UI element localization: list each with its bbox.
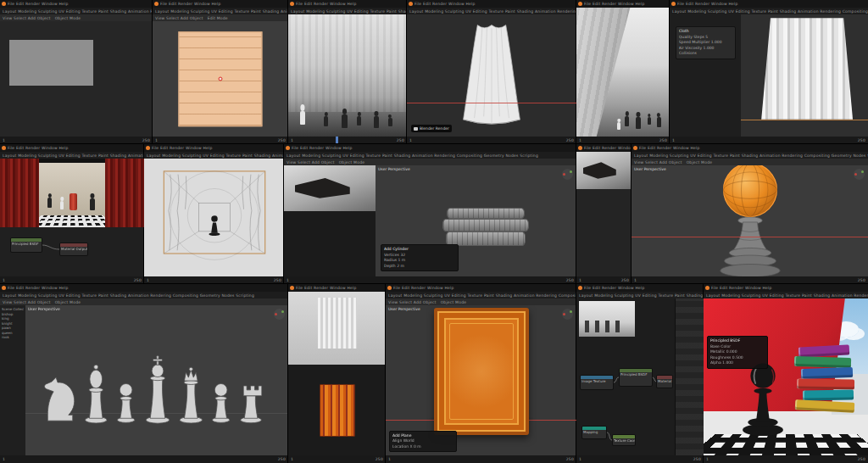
workspace-tabs[interactable]: Layout Modeling Sculpting UV Editing Tex… — [704, 292, 868, 298]
viewport-header[interactable]: View Select Add Object Object Mode — [386, 298, 576, 305]
render-result-image[interactable] — [576, 8, 670, 137]
timeline[interactable]: 1 250 — [153, 137, 288, 144]
timeline[interactable]: 1 250 — [407, 137, 576, 144]
cloth-settings-panel[interactable]: Cloth Quality Steps 5 Speed Multiplier 1… — [676, 26, 736, 59]
render-preview[interactable] — [0, 159, 144, 227]
shader-node[interactable]: Principled BSDF — [619, 368, 653, 387]
timeline[interactable]: 1 250 — [704, 455, 868, 463]
menu-bar[interactable]: File Edit Render Window Help — [292, 146, 353, 150]
operator-panel[interactable]: Add Plane Align World Location X 0 m — [389, 431, 457, 453]
viewport-header[interactable]: View Select Add Object Object Mode — [284, 159, 576, 165]
properties-region[interactable]: Cloth Quality Steps 5 Speed Multiplier 1… — [670, 14, 741, 137]
workspace-tabs[interactable]: Layout Modeling Sculpting UV Editing Tex… — [153, 8, 288, 14]
menu-bar[interactable]: File Edit Render Window Help — [152, 146, 213, 150]
workspace-tabs[interactable]: Layout Modeling Sculpting UV Editing Tex… — [576, 292, 704, 298]
ornate-book-object[interactable] — [434, 308, 529, 435]
sidebar-region[interactable] — [284, 165, 376, 276]
viewport-menu[interactable]: View Select Add Object — [3, 300, 51, 304]
timeline[interactable]: 1 250 — [0, 276, 144, 284]
timeline[interactable]: 1 250 — [576, 455, 704, 463]
outliner-row[interactable]: Scene Collection — [2, 307, 24, 312]
panel-row[interactable]: Collisions — [679, 51, 732, 57]
viewport-empty[interactable] — [576, 189, 632, 276]
image-editor[interactable] — [288, 365, 386, 455]
viewport-3d[interactable]: User Perspective Add Cylinder Vertices 3… — [376, 165, 576, 276]
timeline[interactable]: 1 250 — [386, 455, 576, 463]
shader-node[interactable]: Mapping — [581, 426, 607, 439]
shader-node[interactable]: Material Output — [656, 375, 673, 388]
shader-node-editor[interactable]: Image Texture Principled BSDF Material O… — [576, 298, 704, 455]
viewport-menu[interactable]: View Select Add Object — [388, 300, 437, 304]
menu-bar[interactable]: File Edit Render Window Help — [584, 146, 632, 150]
menu-bar[interactable]: File Edit Render Window Help — [8, 146, 69, 150]
viewport-header[interactable]: View Select Add Object Object Mode — [0, 298, 288, 305]
viewport-3d[interactable] — [741, 14, 868, 137]
viewport-menu[interactable]: View Select Add Object — [287, 160, 335, 165]
outliner-row[interactable]: rook — [2, 335, 24, 340]
workspace-tabs[interactable]: Layout Modeling Sculpting UV Editing Tex… — [632, 152, 868, 159]
viewport-3d[interactable]: User Perspective — [632, 165, 868, 276]
menu-bar[interactable]: File Edit Render Window Help — [415, 2, 476, 6]
mode-selector[interactable]: Object Mode — [55, 16, 81, 20]
timeline[interactable]: 1 250 — [284, 276, 576, 284]
mode-selector[interactable]: Edit Mode — [208, 16, 228, 20]
viewport-3d[interactable]: Blender Render — [407, 14, 576, 137]
workspace-tabs[interactable]: Layout Modeling Sculpting UV Editing Tex… — [284, 152, 576, 159]
workspace-tabs[interactable]: Layout Modeling Sculpting UV Editing Tex… — [0, 8, 153, 14]
viewport-3d[interactable]: User Perspective Add Plane Align World L… — [386, 305, 576, 455]
menu-bar[interactable]: File Edit Render Window Help — [711, 286, 772, 290]
timeline[interactable]: 1 250 — [670, 137, 868, 144]
shader-node[interactable]: Image Texture — [580, 375, 614, 390]
mode-selector[interactable]: Object Mode — [55, 300, 81, 304]
viewport-header[interactable]: View Select Add Object Object Mode — [632, 159, 868, 165]
material-settings-panel[interactable]: Principled BSDF Base Color Metallic 0.00… — [707, 336, 768, 369]
navigation-gizmo-icon[interactable] — [854, 169, 865, 180]
render-result-image[interactable]: Principled BSDF Base Color Metallic 0.00… — [704, 298, 868, 455]
shader-node[interactable]: Material Output — [59, 243, 88, 256]
viewport-menu[interactable]: View Select Add Object — [3, 16, 51, 20]
timeline[interactable]: 1 250 — [576, 276, 632, 284]
menu-bar[interactable]: File Edit Render Window Help — [296, 2, 357, 6]
operator-panel[interactable]: Add Cylinder Vertices 32 Radius 1 m Dept… — [381, 244, 459, 271]
workspace-tabs[interactable]: Layout Modeling Sculpting UV Editing Tex… — [144, 152, 284, 159]
viewport-3d[interactable] — [0, 21, 153, 137]
panel-row[interactable]: Alpha 1.000 — [710, 360, 765, 366]
menu-bar[interactable]: File Edit Render Window Help — [296, 286, 357, 290]
navigation-gizmo-icon[interactable] — [562, 309, 573, 320]
timeline[interactable]: 1 250 — [288, 455, 386, 463]
timeline[interactable]: 1 250 — [144, 276, 284, 284]
mode-selector[interactable]: Object Mode — [687, 160, 713, 165]
viewport-header[interactable]: View Select Add Object Edit Mode — [153, 14, 288, 21]
menu-bar[interactable]: File Edit Render Window Help — [8, 2, 69, 6]
workspace-tabs[interactable]: Layout Modeling Sculpting UV Editing Tex… — [670, 8, 868, 14]
menu-bar[interactable]: File Edit Render Window Help — [584, 2, 645, 6]
shader-node[interactable]: Texture Coordinate — [612, 434, 636, 446]
workspace-tabs[interactable]: Layout Modeling Sculpting UV Editing Tex… — [0, 292, 288, 298]
workspace-tabs[interactable]: Layout Modeling Sculpting UV Editing Tex… — [407, 8, 576, 14]
shader-node-editor[interactable]: Principled BSDF Material Output — [0, 227, 144, 276]
viewport-wireframe[interactable] — [144, 159, 284, 276]
menu-bar[interactable]: File Edit Render Window Help — [160, 2, 221, 6]
workspace-tabs[interactable]: Layout Modeling Sculpting UV Editing Tex… — [0, 152, 144, 159]
playhead[interactable] — [336, 137, 338, 144]
viewport-menu[interactable]: View Select Add Object — [634, 160, 682, 165]
menu-bar[interactable]: File Edit Render Window Help — [8, 286, 69, 290]
timeline[interactable]: 1 250 — [0, 455, 288, 463]
menu-bar[interactable]: File Edit Render Window Help — [639, 146, 700, 150]
workspace-tabs[interactable]: Layout Modeling Sculpting UV Editing Tex… — [288, 8, 407, 14]
status-bar[interactable]: 1 250 — [576, 137, 670, 144]
navigation-gizmo-icon[interactable] — [562, 169, 573, 180]
shader-node[interactable]: Principled BSDF — [10, 237, 42, 253]
plane-object[interactable] — [9, 40, 93, 86]
timeline[interactable]: 1 250 — [632, 276, 868, 284]
menu-bar[interactable]: File Edit Render Window Help — [584, 286, 645, 290]
menu-bar[interactable]: File Edit Render Window Help — [393, 286, 454, 290]
outliner-panel[interactable]: Scene Collection bishop king knight pawn… — [0, 305, 25, 455]
timeline[interactable]: 1 250 — [288, 137, 407, 144]
viewport-menu[interactable]: View Select Add Object — [155, 16, 203, 20]
workspace-tabs[interactable]: Layout Modeling Sculpting UV Editing Tex… — [386, 292, 576, 298]
menu-bar[interactable]: File Edit Render Window Help — [677, 2, 738, 6]
timeline[interactable]: 1 250 — [0, 137, 153, 144]
viewport-3d[interactable] — [153, 21, 288, 137]
viewport-3d[interactable]: User Perspective — [25, 305, 288, 455]
